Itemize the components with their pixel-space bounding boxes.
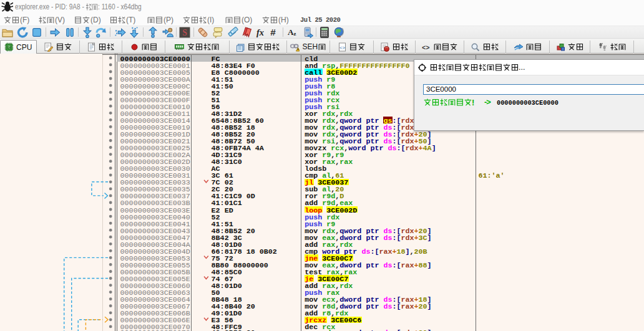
svg-text:<>: <> (339, 45, 345, 50)
svg-text:A: A (288, 27, 294, 37)
svg-text:#: # (270, 27, 276, 37)
svg-text:S: S (182, 27, 187, 37)
svg-text:fx: fx (256, 27, 264, 37)
svg-text:z: z (293, 30, 296, 36)
svg-text:64: 64 (7, 46, 11, 49)
svg-text:<>: <> (422, 44, 430, 51)
